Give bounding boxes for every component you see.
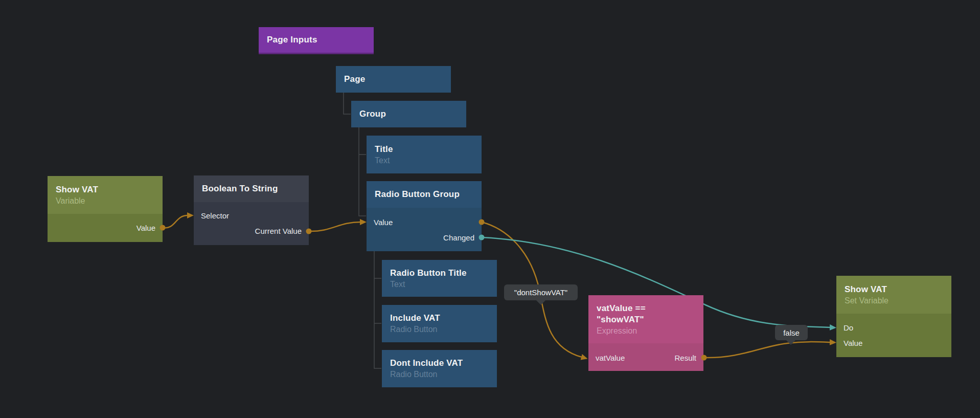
node-title: Dont Include VAT <box>390 358 489 369</box>
node-title: Boolean To String <box>202 183 301 194</box>
node-dont-include-vat[interactable]: Dont Include VAT Radio Button <box>382 350 497 387</box>
port-row-current-value: Current Value <box>194 223 309 238</box>
tooltip-text: "dontShowVAT" <box>514 288 567 297</box>
node-type-label: Set Variable <box>845 295 943 306</box>
node-header: Page <box>336 66 451 93</box>
node-title-line1: vatValue == <box>597 303 695 314</box>
node-header: vatValue == "showVAT" Expression <box>588 295 703 343</box>
wire-result-to-value[interactable] <box>704 342 830 358</box>
node-type-label: Text <box>390 279 489 290</box>
node-header: Radio Button Group <box>367 181 482 208</box>
node-header: Show VAT Set Variable <box>836 276 951 314</box>
node-header: Dont Include VAT Radio Button <box>382 350 497 387</box>
node-type-label: Text <box>375 155 473 166</box>
node-type-label: Variable <box>56 195 154 206</box>
port-label-do: Do <box>844 323 853 332</box>
node-page[interactable]: Page <box>336 66 451 93</box>
node-title: Show VAT <box>845 284 943 295</box>
node-graph-canvas[interactable]: Page Inputs Page Group Title Text Radio … <box>0 0 980 418</box>
node-title: Page Inputs <box>267 34 366 46</box>
node-group[interactable]: Group <box>351 101 466 127</box>
port-label-value: Value <box>374 218 393 227</box>
tree-connector-rbg-children <box>374 251 381 368</box>
node-boolean-to-string[interactable]: Boolean To String Selector Current Value <box>194 175 309 245</box>
node-header: Group <box>351 101 466 127</box>
tooltip-text: false <box>783 328 800 337</box>
node-include-vat[interactable]: Include VAT Radio Button <box>382 305 497 342</box>
node-expression[interactable]: vatValue == "showVAT" Expression vatValu… <box>588 295 703 371</box>
port-row-value: Value <box>48 220 163 235</box>
port-row-vatvalue-result: vatValue Result <box>588 350 703 365</box>
port-row-changed: Changed <box>367 230 482 245</box>
node-title: Radio Button Title <box>390 268 489 279</box>
node-body: Value <box>48 214 163 242</box>
port-label-value: Value <box>844 339 862 347</box>
node-body: Do Value <box>836 314 951 357</box>
node-title-line2: "showVAT" <box>597 314 695 325</box>
node-header: Page Inputs <box>259 27 374 54</box>
node-title: Title <box>375 144 473 155</box>
port-label-value: Value <box>136 224 155 232</box>
node-header: Radio Button Title Text <box>382 260 497 297</box>
port-label-current-value: Current Value <box>255 227 302 235</box>
tree-connector-page-group <box>344 93 351 114</box>
port-label-result: Result <box>674 354 696 362</box>
node-radio-button-group[interactable]: Radio Button Group Value Changed <box>367 181 482 251</box>
node-title: Show VAT <box>56 184 154 195</box>
node-body: Value Changed <box>367 208 482 251</box>
port-row-do: Do <box>836 320 951 335</box>
node-show-vat-set-variable[interactable]: Show VAT Set Variable Do Value <box>836 276 951 357</box>
node-type-label: Expression <box>597 325 695 336</box>
node-type-label: Radio Button <box>390 324 489 335</box>
node-body: Selector Current Value <box>194 202 309 245</box>
node-radio-button-title[interactable]: Radio Button Title Text <box>382 260 497 297</box>
node-title: Include VAT <box>390 313 489 324</box>
port-row-value: Value <box>836 335 951 350</box>
node-header: Boolean To String <box>194 175 309 202</box>
port-row-selector: Selector <box>194 208 309 223</box>
node-title: Page <box>344 74 443 85</box>
node-header: Include VAT Radio Button <box>382 305 497 342</box>
tree-connector-group-children <box>359 127 366 216</box>
node-header: Title Text <box>367 136 482 173</box>
node-header: Show VAT Variable <box>48 176 163 214</box>
node-title: Group <box>359 108 458 120</box>
connection-value-tooltip-false: false <box>775 325 808 340</box>
port-label-changed: Changed <box>443 233 474 242</box>
connection-value-tooltip-dontshowvat: "dontShowVAT" <box>504 284 578 300</box>
wire-value-to-selector[interactable] <box>163 215 188 228</box>
port-label-vatvalue: vatValue <box>596 354 625 362</box>
port-label-selector: Selector <box>201 211 229 220</box>
wire-currentvalue-to-value[interactable] <box>309 222 360 231</box>
node-page-inputs[interactable]: Page Inputs <box>259 27 374 54</box>
port-row-value: Value <box>367 214 482 230</box>
node-type-label: Radio Button <box>390 369 489 380</box>
node-body: vatValue Result <box>588 343 703 371</box>
node-title-text[interactable]: Title Text <box>367 136 482 173</box>
node-show-vat-variable[interactable]: Show VAT Variable Value <box>48 176 163 242</box>
node-title: Radio Button Group <box>375 189 473 200</box>
